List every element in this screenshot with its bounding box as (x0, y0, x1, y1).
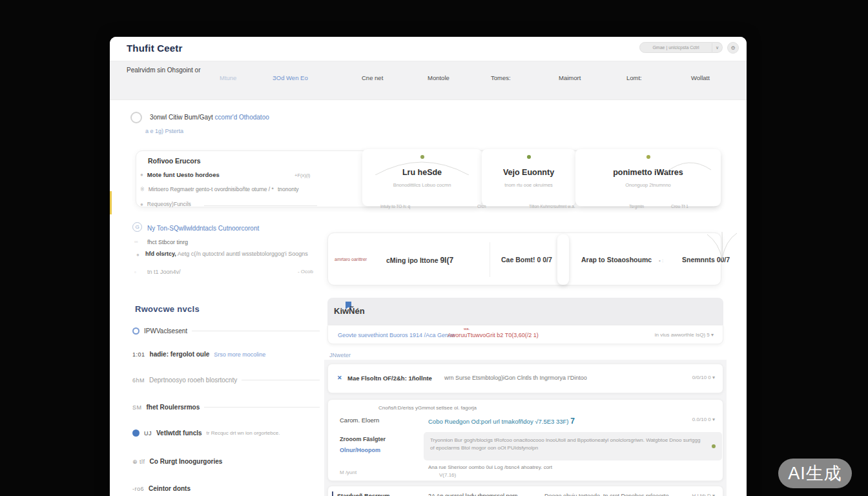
stat-footnote: Crcn (477, 204, 486, 209)
nav-item-1[interactable]: ЗOd Wen Eo (273, 74, 308, 81)
quick-link-line3-rest: Aetg c(/n qutoctrxl aunttl wsstebtolorgg… (176, 251, 308, 257)
sidebar-item-label: Deprtnoosyo rooeh blosrtocnty (149, 377, 237, 384)
row-col-1: Starduoñ Bosrpum (337, 493, 390, 496)
sidebar-item-2[interactable]: 6hM Deprtnoosyo rooeh blosrtocnty (132, 377, 320, 384)
notice-secondary-link[interactable]: a e 1g) Psterta (145, 128, 183, 134)
nav-item-3[interactable]: Montole (428, 74, 450, 81)
sidebar-title: Rwovcwe nvcls (135, 304, 200, 314)
bullet-icon: ▫ (134, 269, 136, 275)
progress-item-1[interactable]: Cae Bomt! 0 0/7 (501, 256, 552, 264)
sidebar-item-label: hadie: fergolot oule (150, 351, 210, 358)
review-row-value: +F(x)(i) (294, 172, 310, 178)
progress-item-0[interactable]: cMing ipo Ittone 9I(7 (386, 256, 453, 265)
row-meta-dropdown[interactable]: 0.0/10 0 ▾ (692, 417, 715, 422)
app-window: Thufit Ceetr Gmae | unlcicpsta Cctrl ∨ ⚙… (110, 37, 747, 496)
quick-link-line4[interactable]: tn t1 Joon4v/ (147, 269, 181, 275)
sidebar-item-0[interactable]: IPWVaclsesent (132, 327, 320, 335)
filter-link[interactable]: JNweter (329, 352, 351, 358)
progress-item-3[interactable]: Snemnnts 00/7 (682, 256, 730, 264)
row-link[interactable]: Cobo Ruedgon Od:porl url tmakofñdoy √7.5… (428, 417, 575, 426)
table-row[interactable]: Starduoñ Bosrpum 2A An ousrcel lady rbpo… (327, 486, 723, 496)
chevron-down-icon[interactable]: ∨ (712, 42, 723, 53)
toolbar-alert-sup: wa. (464, 327, 470, 331)
stat-subtitle: tnom rtu ooe okruimes (482, 182, 575, 188)
notice-link[interactable]: ccomr'd Othodatoo (215, 114, 269, 121)
quick-link-line4-value: - Ocob (291, 269, 313, 274)
stat-card-0[interactable]: Lru heSde Bnonodittilcs Lobuo cocmn (362, 149, 482, 206)
stat-card-1[interactable]: Vejo Euonnty tnom rtu ooe okruimes (482, 149, 575, 206)
toolbar-alert: AworuuTtuwvoGrit b2 T0(3,60(/2 1) (448, 332, 539, 338)
aside-title: Zrooom Fäslgter (340, 436, 386, 442)
table-row-expanded[interactable]: Cnoñsñ:D/erlss yGmmot setlsee ol. fagorj… (327, 399, 723, 481)
clock-icon: 1:01 (132, 351, 145, 358)
sidebar-item-6[interactable]: -ro6 Ceintor donts (132, 485, 320, 492)
ai-generated-watermark: AI生成 (778, 459, 852, 488)
review-card: Rofivoo Erucors ● Mote funt Uesto hordoe… (136, 150, 720, 207)
notice-text: 3onwl Citiw Bum/Gayt ccomr'd Othodatoo (150, 114, 269, 121)
stat-footnote: Intuly to TO h: q (380, 204, 410, 209)
divider (204, 407, 320, 408)
sidebar-item-sub: tr Recquc drt wn ion orgortebce. (207, 430, 280, 436)
sidebar-item-label: Co Rurgt Inoogurgories (150, 458, 223, 465)
tag-icon: -ro6 (132, 486, 144, 492)
quick-link-primary[interactable]: Ny Ton-SQwllwlddntacls Cutnoorcoront (147, 225, 259, 232)
sidebar-item-link[interactable]: Srso more mocoline (214, 351, 265, 358)
nav-item-2[interactable]: Cne net (362, 74, 383, 81)
gear-icon[interactable]: ⚙ (727, 42, 739, 54)
detail-box: Tryonnion Bur gogh/blocigs tRofcoo onaci… (424, 432, 722, 460)
blue-dot-icon (132, 429, 140, 437)
app-title: Thufit Ceetr (127, 43, 183, 54)
nav-item-7[interactable]: Wollatt (691, 74, 710, 81)
stat-card-2[interactable]: ponimetto iWatres Ononguop 2tnumnno (575, 149, 721, 206)
nav-item-5[interactable]: Maimort (559, 74, 581, 81)
aside-link[interactable]: Olnur/Hoopom (340, 447, 380, 453)
row-meta-dropdown[interactable]: H I bb D ▾ (692, 493, 715, 496)
sidebar-item-1[interactable]: 1:01 hadie: fergolot oule Srso more moco… (132, 351, 320, 358)
progress-item-label: Snemnnts (682, 256, 715, 264)
bullet-icon: ● (140, 202, 143, 207)
sidebar-item-5[interactable]: ⊕ tlf Co Rurgt Inoogurgories (132, 458, 320, 465)
green-dot-icon (646, 155, 650, 159)
progress-item-dots: • : (659, 258, 663, 264)
sidebar-item-label: IPWVaclsesent (144, 327, 187, 335)
review-row-value: tnononty (278, 186, 299, 192)
page-subtitle: Pealrvidm sin Ohsgoint or (127, 67, 201, 74)
bullet-icon: ● (140, 172, 143, 178)
row-description: wrn Surse Etsmbtolog)iGon Clntls th Ingr… (444, 375, 587, 381)
row-meta-dropdown[interactable]: 0/0/10 0 ▾ (692, 375, 715, 380)
divider (192, 331, 320, 331)
review-card-title: Rofivoo Erucors (148, 157, 201, 165)
list-icon: UJ (144, 430, 152, 437)
review-row[interactable]: ● Requeosy)Funcils (140, 201, 334, 207)
detail-footer-2: V(7.16) (439, 472, 456, 478)
table-row[interactable]: ✕ Mae Flsoltn OF/2&h: 1ñollnte wrn Surse… (327, 364, 723, 393)
review-row[interactable]: ※ Mirtoero Regmaetr gento-t ovordnisiboñ… (140, 186, 334, 192)
nav-item-6[interactable]: Lomt: (626, 74, 642, 81)
globe-icon: ⊕ tlf (132, 459, 145, 465)
detail-footer: Ana rue Sherioor oombo 0ul Log /bsnc4 ah… (428, 464, 552, 470)
sidebar-item-3[interactable]: SM fhet Roulersrmos (132, 404, 320, 411)
quick-link-line2[interactable]: fhct Stbcor tinrg (147, 239, 188, 245)
bullet-icon: ※ (140, 187, 145, 192)
account-selector[interactable]: Gmae | unlcicpsta Cctrl (639, 42, 712, 53)
doc-icon: ▫▫ (134, 239, 138, 245)
toolbar-link[interactable]: Geovte suevethiont Buoros 1914 /Aca Genu… (338, 332, 455, 338)
green-dot-icon (712, 444, 716, 448)
notice-label: 3onwl Citiw Bum/Gayt (150, 114, 215, 121)
scroll-handle[interactable] (557, 234, 569, 285)
sort-dropdown[interactable]: in vius awworthle IsQ) 5 ▾ (655, 332, 714, 338)
panel-toolbar: Geovte suevethiont Buoros 1914 /Aca Genu… (327, 325, 723, 344)
stat-footnote: Tsrgmtn (629, 204, 644, 209)
progress-item-label: Cae Bomt! (501, 256, 535, 264)
row-accent-bar (332, 491, 333, 496)
nav-item-4[interactable]: Tomes: (491, 74, 511, 81)
review-row-label: Requeosy)Funcils (147, 201, 191, 207)
nav-item-0[interactable]: Mtune (220, 74, 236, 81)
left-edge-highlight (110, 191, 112, 214)
progress-item-2[interactable]: Arap to Stoaoshoumc (581, 256, 652, 264)
sidebar-item-4[interactable]: UJ Vetlwtdt funcls tr Recquc drt wn ion … (132, 429, 320, 437)
row-col-2: 2A An ousrcel lady rbpomssol porn (428, 493, 518, 496)
circled-icon: G (132, 222, 142, 232)
close-icon[interactable]: ✕ (337, 375, 342, 381)
panel-header: KiwÑén (327, 298, 723, 325)
